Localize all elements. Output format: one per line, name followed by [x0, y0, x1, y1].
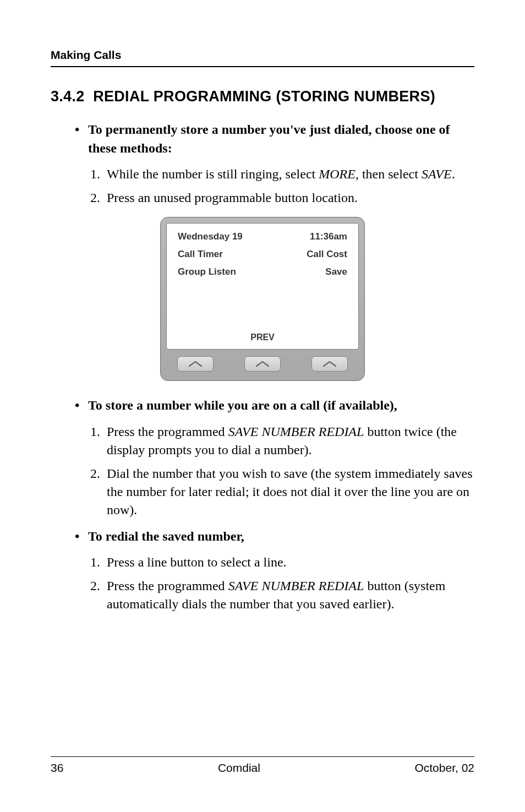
- bullet-lead: To store a number while you are on a cal…: [75, 396, 474, 415]
- softkey-button[interactable]: [311, 356, 348, 372]
- phone-bezel: Wednesday 19 11:36am Call Timer Call Cos…: [160, 217, 365, 381]
- list-number: 2.: [90, 577, 100, 595]
- numbered-list: 1. Press the programmed SAVE NUMBER REDI…: [75, 423, 474, 520]
- screen-text: Call Cost: [307, 249, 347, 260]
- list-text: Press the programmed: [107, 424, 228, 439]
- list-item: 1. Press the programmed SAVE NUMBER REDI…: [90, 423, 474, 459]
- phone-illustration: Wednesday 19 11:36am Call Timer Call Cos…: [51, 217, 474, 381]
- screen-text: Wednesday 19: [178, 231, 243, 242]
- bullet-lead: To permanently store a number you've jus…: [75, 121, 474, 157]
- chevron-up-icon: [255, 361, 270, 367]
- phone-screen: Wednesday 19 11:36am Call Timer Call Cos…: [166, 223, 359, 350]
- screen-text: Call Timer: [178, 249, 223, 260]
- footer-date: October, 02: [414, 761, 474, 775]
- list-text: Press an unused programmable button loca…: [107, 190, 358, 205]
- running-header: Making Calls: [51, 48, 474, 67]
- list-em: SAVE NUMBER REDIAL: [228, 579, 364, 593]
- phone-button-row: [166, 350, 359, 375]
- list-text: Press the programmed: [107, 579, 228, 593]
- bullet-block: To permanently store a number you've jus…: [51, 121, 474, 207]
- list-text: While the number is still ringing, selec…: [107, 167, 319, 181]
- bullet-lead: To redial the saved number,: [75, 527, 474, 546]
- section-number: 3.4.2: [51, 88, 85, 105]
- numbered-list: 1. While the number is still ringing, se…: [75, 165, 474, 207]
- chevron-up-icon: [188, 361, 203, 367]
- list-em: SAVE: [422, 167, 452, 181]
- list-number: 2.: [90, 465, 100, 483]
- section-title: REDIAL PROGRAMMING (STORING NUMBERS): [93, 88, 435, 105]
- list-number: 1.: [90, 423, 100, 441]
- bullet-block: To redial the saved number, 1. Press a l…: [51, 527, 474, 614]
- list-item: 2. Dial the number that you wish to save…: [90, 465, 474, 519]
- list-text: , then select: [356, 167, 422, 181]
- screen-text: Group Listen: [178, 266, 236, 277]
- list-em: SAVE NUMBER REDIAL: [228, 424, 364, 439]
- chevron-up-icon: [322, 361, 337, 367]
- list-text: Dial the number that you wish to save (t…: [107, 466, 473, 517]
- list-number: 1.: [90, 553, 100, 571]
- list-number: 1.: [90, 165, 100, 183]
- screen-text: Save: [325, 266, 347, 277]
- footer-page-number: 36: [51, 761, 63, 775]
- bullet-block: To store a number while you are on a cal…: [51, 396, 474, 519]
- footer-center: Comdial: [218, 761, 260, 775]
- screen-row: Wednesday 19 11:36am: [178, 231, 347, 242]
- list-text: Press a line button to select a line.: [107, 555, 287, 569]
- screen-row: Call Timer Call Cost: [178, 249, 347, 260]
- section-heading: 3.4.2 REDIAL PROGRAMMING (STORING NUMBER…: [51, 88, 474, 105]
- numbered-list: 1. Press a line button to select a line.…: [75, 553, 474, 613]
- list-item: 2. Press the programmed SAVE NUMBER REDI…: [90, 577, 474, 613]
- list-item: 2. Press an unused programmable button l…: [90, 189, 474, 207]
- screen-text: 11:36am: [310, 231, 347, 242]
- list-em: MORE: [319, 167, 356, 181]
- list-text: .: [452, 167, 455, 181]
- list-number: 2.: [90, 189, 100, 207]
- page-footer: 36 Comdial October, 02: [51, 756, 474, 775]
- softkey-button[interactable]: [177, 356, 214, 372]
- screen-prev-label: PREV: [167, 333, 358, 342]
- list-item: 1. While the number is still ringing, se…: [90, 165, 474, 183]
- screen-row: Group Listen Save: [178, 266, 347, 277]
- list-item: 1. Press a line button to select a line.: [90, 553, 474, 571]
- softkey-button[interactable]: [244, 356, 281, 372]
